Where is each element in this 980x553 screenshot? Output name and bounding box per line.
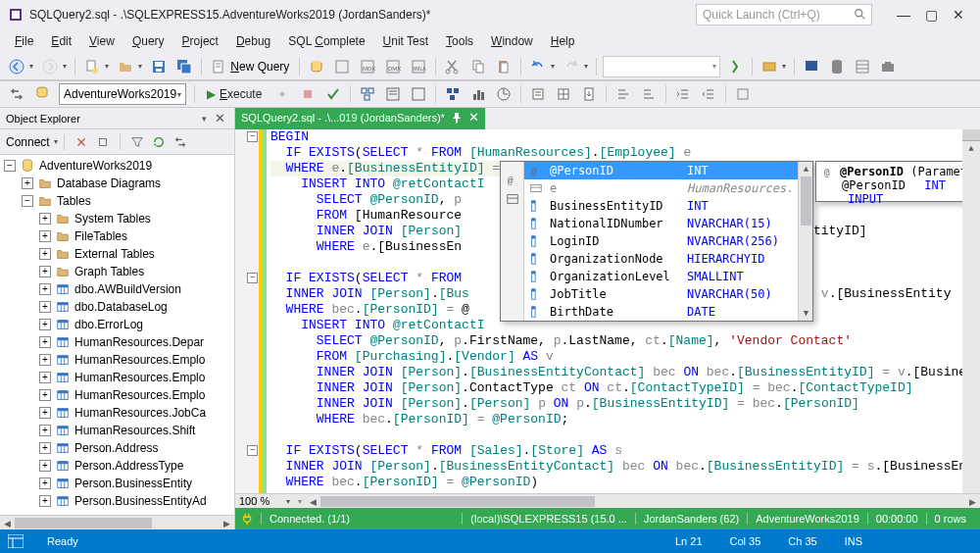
intellisense-item[interactable]: LoginIDNVARCHAR(256) — [524, 232, 798, 250]
filter-table-icon[interactable] — [501, 189, 524, 209]
database-combo[interactable]: AdventureWorks2019 ▾ — [59, 83, 186, 105]
expander-icon[interactable]: + — [39, 248, 51, 260]
search-oe-icon[interactable] — [172, 133, 189, 151]
open-dropdown[interactable]: ▾ — [138, 62, 146, 71]
intellisense-item[interactable]: @@PersonIDINT — [524, 162, 798, 179]
expander-icon[interactable]: + — [39, 319, 51, 330]
expander-icon[interactable]: + — [39, 478, 51, 489]
registered-servers-button[interactable] — [759, 56, 780, 77]
intellisense-item[interactable]: OrganizationLevelSMALLINT — [524, 268, 798, 285]
cut-button[interactable] — [442, 56, 464, 77]
scroll-up-icon[interactable]: ▲ — [962, 141, 980, 156]
expander-icon[interactable]: + — [39, 230, 51, 242]
dmx-query-button[interactable]: DMX — [382, 56, 404, 77]
indent-button[interactable] — [672, 83, 694, 105]
maximize-button[interactable]: ▢ — [917, 4, 945, 25]
nav-back-dropdown[interactable]: ▾ — [29, 62, 37, 71]
new-item-dropdown[interactable]: ▾ — [105, 62, 113, 71]
scroll-left-icon[interactable]: ◀ — [306, 494, 320, 509]
tree-node[interactable]: +Graph Tables — [0, 263, 234, 280]
activity-monitor-button[interactable] — [801, 56, 822, 77]
results-grid-button[interactable] — [553, 83, 574, 105]
live-stats-button[interactable] — [467, 83, 489, 105]
panel-options-icon[interactable]: ▾ — [197, 114, 211, 124]
save-all-button[interactable] — [173, 56, 195, 77]
tree-node[interactable]: +Person.Address — [0, 439, 234, 457]
as-query-button[interactable] — [331, 56, 353, 77]
expander-icon[interactable]: + — [39, 442, 51, 454]
intellisense-item[interactable]: JobTitleNVARCHAR(50) — [524, 285, 798, 303]
cancel-button[interactable] — [297, 83, 318, 105]
expander-icon[interactable]: + — [39, 266, 51, 277]
panel-close-icon[interactable]: ✕ — [211, 111, 228, 126]
filter-icon[interactable] — [128, 133, 146, 151]
xmla-query-button[interactable]: XMLA — [408, 56, 429, 77]
intellisense-item[interactable]: OrganizationNodeHIERARCHYID — [524, 250, 798, 268]
expander-icon[interactable]: − — [22, 195, 33, 207]
undo-button[interactable] — [527, 56, 549, 77]
expander-icon[interactable]: + — [39, 407, 51, 419]
stop-icon[interactable] — [94, 133, 112, 151]
menu-unittest[interactable]: Unit Test — [374, 31, 437, 51]
menu-view[interactable]: View — [80, 31, 123, 51]
expander-icon[interactable]: + — [39, 336, 51, 348]
tree-node[interactable]: +HumanResources.Shift — [0, 422, 234, 439]
tree-node[interactable]: +FileTables — [0, 227, 234, 245]
tree-node[interactable]: +Person.BusinessEntityAd — [0, 492, 234, 510]
zoom-dropdown[interactable]: ▾ — [298, 497, 302, 506]
tree-node[interactable]: +dbo.DatabaseLog — [0, 298, 234, 316]
redo-dropdown[interactable]: ▾ — [584, 62, 592, 71]
save-button[interactable] — [148, 56, 170, 77]
scroll-right-icon[interactable]: ▶ — [965, 494, 980, 509]
object-explorer-hscroll[interactable]: ◀ ▶ — [0, 515, 234, 529]
code-editor[interactable]: − − − BEGIN IF EXISTS(SELECT * FROM [Hum… — [235, 129, 980, 493]
tree-node[interactable]: +HumanResources.Emplo — [0, 369, 234, 386]
expander-icon[interactable]: + — [22, 177, 33, 189]
menu-tools[interactable]: Tools — [437, 31, 482, 51]
find-next-button[interactable] — [724, 56, 746, 77]
tree-node[interactable]: −Tables — [0, 192, 234, 210]
mdx-query-button[interactable]: MDX — [357, 56, 378, 77]
menu-help[interactable]: Help — [542, 31, 584, 51]
intellisense-enabled-button[interactable] — [408, 83, 429, 105]
split-handle[interactable] — [962, 129, 980, 141]
minimize-button[interactable]: — — [890, 4, 917, 25]
disconnect-icon[interactable] — [73, 133, 90, 151]
comment-button[interactable] — [612, 83, 634, 105]
expander-icon[interactable]: + — [39, 495, 51, 507]
expander-icon[interactable]: + — [39, 301, 51, 313]
connect-label[interactable]: Connect — [6, 135, 50, 149]
redo-button[interactable] — [561, 56, 582, 77]
object-explorer-button[interactable] — [826, 56, 848, 77]
tree-node[interactable]: +dbo.AWBuildVersion — [0, 280, 234, 298]
scroll-thumb[interactable] — [15, 518, 152, 528]
undo-dropdown[interactable]: ▾ — [551, 62, 559, 71]
menu-file[interactable]: File — [6, 31, 42, 51]
expander-icon[interactable]: + — [39, 389, 51, 401]
execute-button[interactable]: ▶Execute — [199, 83, 270, 105]
copy-button[interactable] — [467, 56, 489, 77]
results-file-button[interactable] — [578, 83, 600, 105]
tree-node[interactable]: +HumanResources.JobCa — [0, 404, 234, 422]
tree-node[interactable]: +HumanResources.Emplo — [0, 351, 234, 369]
tree-node[interactable]: +Person.AddressType — [0, 457, 234, 475]
object-explorer-tree[interactable]: −AdventureWorks2019+Database Diagrams−Ta… — [0, 155, 234, 515]
scroll-down-icon[interactable]: ▼ — [799, 306, 813, 321]
menu-project[interactable]: Project — [173, 31, 227, 51]
pin-tab-icon[interactable] — [451, 112, 463, 124]
nav-fwd-dropdown[interactable]: ▾ — [63, 62, 71, 71]
tree-node[interactable]: +External Tables — [0, 245, 234, 263]
intellisense-item[interactable]: NationalIDNumberNVARCHAR(15) — [524, 215, 798, 232]
intellisense-item[interactable]: BusinessEntityIDINT — [524, 197, 798, 215]
intellisense-item[interactable]: eHumanResources. — [524, 179, 798, 197]
close-button[interactable]: ✕ — [945, 4, 972, 25]
filter-param-icon[interactable]: @ — [501, 170, 524, 189]
change-connection-button[interactable] — [6, 83, 27, 105]
editor-hscroll[interactable]: ◀ ▶ — [306, 494, 980, 508]
intellisense-item[interactable]: BirthDateDATE — [524, 303, 798, 321]
scroll-thumb[interactable] — [320, 496, 595, 507]
tree-node[interactable]: −AdventureWorks2019 — [0, 157, 234, 175]
open-button[interactable] — [115, 56, 136, 77]
expander-icon[interactable]: + — [39, 425, 51, 436]
parse-button[interactable] — [322, 83, 344, 105]
